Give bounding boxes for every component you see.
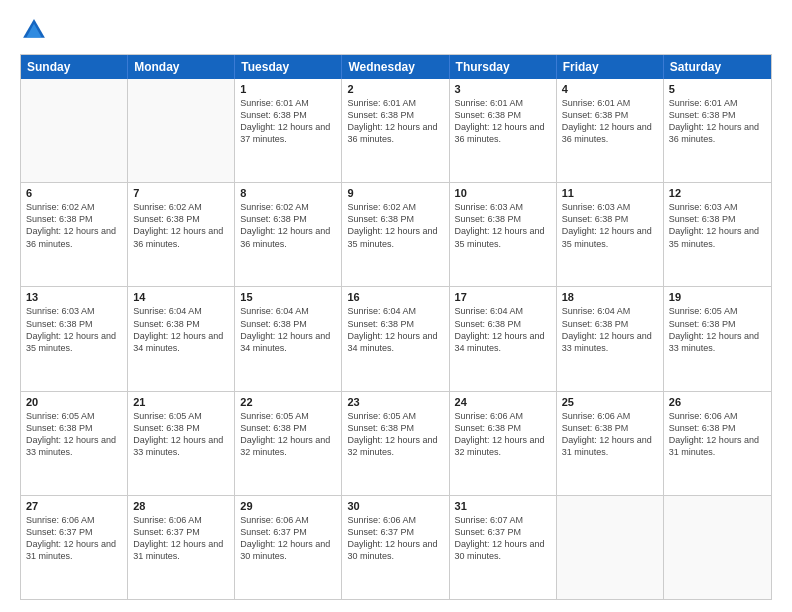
- calendar-cell: 31Sunrise: 6:07 AM Sunset: 6:37 PM Dayli…: [450, 496, 557, 599]
- day-number: 9: [347, 187, 443, 199]
- calendar-header: SundayMondayTuesdayWednesdayThursdayFrid…: [21, 55, 771, 79]
- calendar-cell: 15Sunrise: 6:04 AM Sunset: 6:38 PM Dayli…: [235, 287, 342, 390]
- day-info: Sunrise: 6:06 AM Sunset: 6:38 PM Dayligh…: [455, 410, 551, 459]
- day-number: 17: [455, 291, 551, 303]
- calendar-cell: 29Sunrise: 6:06 AM Sunset: 6:37 PM Dayli…: [235, 496, 342, 599]
- day-number: 29: [240, 500, 336, 512]
- day-info: Sunrise: 6:03 AM Sunset: 6:38 PM Dayligh…: [455, 201, 551, 250]
- day-info: Sunrise: 6:01 AM Sunset: 6:38 PM Dayligh…: [455, 97, 551, 146]
- day-number: 27: [26, 500, 122, 512]
- day-info: Sunrise: 6:06 AM Sunset: 6:37 PM Dayligh…: [26, 514, 122, 563]
- calendar-cell: [664, 496, 771, 599]
- day-number: 4: [562, 83, 658, 95]
- calendar-cell: 9Sunrise: 6:02 AM Sunset: 6:38 PM Daylig…: [342, 183, 449, 286]
- day-info: Sunrise: 6:02 AM Sunset: 6:38 PM Dayligh…: [133, 201, 229, 250]
- calendar-cell: 21Sunrise: 6:05 AM Sunset: 6:38 PM Dayli…: [128, 392, 235, 495]
- day-number: 12: [669, 187, 766, 199]
- calendar-cell: 10Sunrise: 6:03 AM Sunset: 6:38 PM Dayli…: [450, 183, 557, 286]
- day-info: Sunrise: 6:01 AM Sunset: 6:38 PM Dayligh…: [240, 97, 336, 146]
- calendar-cell: 18Sunrise: 6:04 AM Sunset: 6:38 PM Dayli…: [557, 287, 664, 390]
- day-number: 25: [562, 396, 658, 408]
- calendar-cell: 8Sunrise: 6:02 AM Sunset: 6:38 PM Daylig…: [235, 183, 342, 286]
- calendar-cell: 5Sunrise: 6:01 AM Sunset: 6:38 PM Daylig…: [664, 79, 771, 182]
- logo-icon: [20, 16, 48, 44]
- calendar-cell: [21, 79, 128, 182]
- day-number: 18: [562, 291, 658, 303]
- day-info: Sunrise: 6:06 AM Sunset: 6:37 PM Dayligh…: [133, 514, 229, 563]
- calendar-cell: 7Sunrise: 6:02 AM Sunset: 6:38 PM Daylig…: [128, 183, 235, 286]
- day-number: 22: [240, 396, 336, 408]
- page: SundayMondayTuesdayWednesdayThursdayFrid…: [0, 0, 792, 612]
- calendar-cell: 14Sunrise: 6:04 AM Sunset: 6:38 PM Dayli…: [128, 287, 235, 390]
- calendar-cell: 11Sunrise: 6:03 AM Sunset: 6:38 PM Dayli…: [557, 183, 664, 286]
- calendar-cell: 4Sunrise: 6:01 AM Sunset: 6:38 PM Daylig…: [557, 79, 664, 182]
- calendar-cell: 1Sunrise: 6:01 AM Sunset: 6:38 PM Daylig…: [235, 79, 342, 182]
- day-info: Sunrise: 6:02 AM Sunset: 6:38 PM Dayligh…: [240, 201, 336, 250]
- day-info: Sunrise: 6:07 AM Sunset: 6:37 PM Dayligh…: [455, 514, 551, 563]
- day-info: Sunrise: 6:01 AM Sunset: 6:38 PM Dayligh…: [562, 97, 658, 146]
- day-info: Sunrise: 6:06 AM Sunset: 6:37 PM Dayligh…: [347, 514, 443, 563]
- day-number: 14: [133, 291, 229, 303]
- calendar-body: 1Sunrise: 6:01 AM Sunset: 6:38 PM Daylig…: [21, 79, 771, 599]
- day-number: 11: [562, 187, 658, 199]
- calendar: SundayMondayTuesdayWednesdayThursdayFrid…: [20, 54, 772, 600]
- calendar-header-cell: Thursday: [450, 55, 557, 79]
- day-info: Sunrise: 6:05 AM Sunset: 6:38 PM Dayligh…: [669, 305, 766, 354]
- calendar-cell: 30Sunrise: 6:06 AM Sunset: 6:37 PM Dayli…: [342, 496, 449, 599]
- calendar-cell: 28Sunrise: 6:06 AM Sunset: 6:37 PM Dayli…: [128, 496, 235, 599]
- calendar-row: 1Sunrise: 6:01 AM Sunset: 6:38 PM Daylig…: [21, 79, 771, 182]
- day-info: Sunrise: 6:01 AM Sunset: 6:38 PM Dayligh…: [347, 97, 443, 146]
- day-info: Sunrise: 6:06 AM Sunset: 6:38 PM Dayligh…: [669, 410, 766, 459]
- calendar-cell: 25Sunrise: 6:06 AM Sunset: 6:38 PM Dayli…: [557, 392, 664, 495]
- day-number: 5: [669, 83, 766, 95]
- day-number: 3: [455, 83, 551, 95]
- calendar-cell: [128, 79, 235, 182]
- calendar-cell: 12Sunrise: 6:03 AM Sunset: 6:38 PM Dayli…: [664, 183, 771, 286]
- calendar-header-cell: Tuesday: [235, 55, 342, 79]
- day-info: Sunrise: 6:04 AM Sunset: 6:38 PM Dayligh…: [455, 305, 551, 354]
- day-number: 1: [240, 83, 336, 95]
- day-info: Sunrise: 6:02 AM Sunset: 6:38 PM Dayligh…: [347, 201, 443, 250]
- calendar-cell: 26Sunrise: 6:06 AM Sunset: 6:38 PM Dayli…: [664, 392, 771, 495]
- day-info: Sunrise: 6:05 AM Sunset: 6:38 PM Dayligh…: [240, 410, 336, 459]
- day-info: Sunrise: 6:06 AM Sunset: 6:38 PM Dayligh…: [562, 410, 658, 459]
- calendar-cell: 22Sunrise: 6:05 AM Sunset: 6:38 PM Dayli…: [235, 392, 342, 495]
- day-info: Sunrise: 6:04 AM Sunset: 6:38 PM Dayligh…: [347, 305, 443, 354]
- day-number: 13: [26, 291, 122, 303]
- day-number: 15: [240, 291, 336, 303]
- day-number: 20: [26, 396, 122, 408]
- calendar-header-cell: Monday: [128, 55, 235, 79]
- calendar-cell: 24Sunrise: 6:06 AM Sunset: 6:38 PM Dayli…: [450, 392, 557, 495]
- calendar-header-cell: Wednesday: [342, 55, 449, 79]
- day-number: 23: [347, 396, 443, 408]
- day-info: Sunrise: 6:01 AM Sunset: 6:38 PM Dayligh…: [669, 97, 766, 146]
- calendar-row: 20Sunrise: 6:05 AM Sunset: 6:38 PM Dayli…: [21, 391, 771, 495]
- day-number: 8: [240, 187, 336, 199]
- calendar-cell: 13Sunrise: 6:03 AM Sunset: 6:38 PM Dayli…: [21, 287, 128, 390]
- day-number: 7: [133, 187, 229, 199]
- day-info: Sunrise: 6:05 AM Sunset: 6:38 PM Dayligh…: [26, 410, 122, 459]
- day-number: 31: [455, 500, 551, 512]
- day-number: 28: [133, 500, 229, 512]
- calendar-cell: 17Sunrise: 6:04 AM Sunset: 6:38 PM Dayli…: [450, 287, 557, 390]
- day-info: Sunrise: 6:04 AM Sunset: 6:38 PM Dayligh…: [133, 305, 229, 354]
- calendar-header-cell: Sunday: [21, 55, 128, 79]
- day-number: 30: [347, 500, 443, 512]
- logo: [20, 16, 52, 44]
- calendar-cell: 3Sunrise: 6:01 AM Sunset: 6:38 PM Daylig…: [450, 79, 557, 182]
- calendar-cell: [557, 496, 664, 599]
- day-info: Sunrise: 6:05 AM Sunset: 6:38 PM Dayligh…: [347, 410, 443, 459]
- calendar-cell: 27Sunrise: 6:06 AM Sunset: 6:37 PM Dayli…: [21, 496, 128, 599]
- day-number: 24: [455, 396, 551, 408]
- day-info: Sunrise: 6:05 AM Sunset: 6:38 PM Dayligh…: [133, 410, 229, 459]
- day-number: 10: [455, 187, 551, 199]
- calendar-cell: 6Sunrise: 6:02 AM Sunset: 6:38 PM Daylig…: [21, 183, 128, 286]
- day-number: 6: [26, 187, 122, 199]
- calendar-cell: 16Sunrise: 6:04 AM Sunset: 6:38 PM Dayli…: [342, 287, 449, 390]
- calendar-header-cell: Saturday: [664, 55, 771, 79]
- day-info: Sunrise: 6:06 AM Sunset: 6:37 PM Dayligh…: [240, 514, 336, 563]
- calendar-row: 27Sunrise: 6:06 AM Sunset: 6:37 PM Dayli…: [21, 495, 771, 599]
- calendar-row: 13Sunrise: 6:03 AM Sunset: 6:38 PM Dayli…: [21, 286, 771, 390]
- day-number: 2: [347, 83, 443, 95]
- day-number: 21: [133, 396, 229, 408]
